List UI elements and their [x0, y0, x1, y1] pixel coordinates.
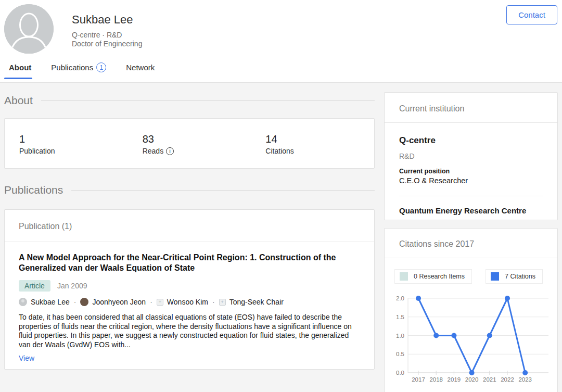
citations-label: Citations: [265, 147, 374, 155]
publications-count-badge: 1: [96, 62, 106, 72]
profile-name: Sukbae Lee: [72, 13, 142, 27]
svg-text:2020: 2020: [465, 376, 479, 383]
citations-swatch: [491, 272, 499, 281]
stats-card: 1 Publication 83 Reads 14 Citations: [4, 118, 375, 169]
about-section-heading: About: [4, 94, 375, 107]
tab-network[interactable]: Network: [126, 63, 155, 72]
svg-text:2019: 2019: [448, 376, 461, 383]
reads-count: 83: [143, 133, 251, 145]
svg-text:0.0: 0.0: [396, 370, 404, 376]
citations-card-heading: Citations since 2017: [385, 229, 557, 258]
svg-text:2.0: 2.0: [396, 295, 404, 301]
tab-about[interactable]: About: [9, 63, 31, 72]
paper-title-link[interactable]: A New Model Approach for the Near-Critic…: [19, 252, 341, 273]
paper-abstract: To date, it has been considered that all…: [19, 313, 360, 349]
tab-publications[interactable]: Publications 1: [51, 62, 106, 72]
author-avatar-icon: [80, 298, 88, 306]
citations-count: 14: [265, 133, 374, 145]
svg-text:2023: 2023: [518, 376, 532, 383]
publications-count: 1: [19, 133, 128, 145]
publication-date: Jan 2009: [57, 282, 87, 290]
profile-header: Sukbae Lee Q-centre · R&D Doctor of Engi…: [0, 0, 562, 83]
institution-department: R&D: [399, 152, 543, 160]
legend-research-items[interactable]: 0 Research Items: [394, 269, 472, 284]
legend-citations[interactable]: 7 Citations: [486, 269, 543, 284]
current-position-label: Current position: [399, 168, 543, 175]
svg-text:2021: 2021: [483, 376, 496, 383]
heading-rule: [71, 190, 375, 191]
contact-button[interactable]: Contact: [506, 5, 557, 24]
author-link[interactable]: Joonhyeon Jeon: [70, 298, 146, 306]
chart-legend: 0 Research Items 7 Citations: [394, 269, 557, 284]
heading-rule: [41, 100, 375, 101]
svg-text:2018: 2018: [429, 376, 443, 383]
current-position-value: C.E.O & Researcher: [399, 176, 543, 185]
author-link[interactable]: Tong-Seek Chair: [208, 298, 284, 306]
add-author-icon: [219, 299, 226, 306]
current-institution-card: Current institution Q-centre R&D Current…: [384, 92, 558, 220]
stat-reads: 83 Reads: [128, 133, 251, 168]
publication-card-title: Publication (1): [5, 210, 374, 242]
about-heading-label: About: [4, 94, 33, 107]
add-author-icon: [157, 299, 163, 306]
citations-line-chart: 0.00.51.01.52.02017201820192020202120222…: [385, 289, 558, 392]
profile-affiliation: Q-centre · R&D: [72, 31, 142, 40]
stat-citations: 14 Citations: [251, 133, 374, 168]
active-tab-indicator: [4, 78, 32, 79]
view-link[interactable]: View: [19, 354, 34, 362]
article-type-badge: Article: [19, 280, 50, 292]
svg-text:1.5: 1.5: [396, 314, 404, 320]
citations-chart-card: Citations since 2017 0 Research Items 7 …: [384, 228, 558, 392]
research-items-swatch: [400, 272, 408, 281]
institution-footer-link[interactable]: Quantum Energy Research Centre: [385, 196, 557, 225]
svg-text:2017: 2017: [412, 376, 425, 383]
svg-text:2022: 2022: [501, 376, 514, 383]
reads-label: Reads: [143, 147, 251, 155]
author-link[interactable]: Sukbae Lee: [19, 298, 70, 306]
author-list: Sukbae Lee Joonhyeon Jeon Wonsoo Kim Ton…: [19, 298, 360, 306]
svg-text:1.0: 1.0: [396, 333, 404, 339]
stat-publications: 1 Publication: [5, 133, 128, 168]
person-silhouette-icon: [4, 4, 54, 54]
publications-heading-label: Publications: [4, 184, 63, 196]
institution-name-link[interactable]: Q-centre: [399, 135, 543, 146]
reads-info-icon[interactable]: [166, 147, 174, 155]
institution-card-heading: Current institution: [385, 93, 557, 122]
svg-text:0.5: 0.5: [396, 351, 404, 357]
publication-card: Publication (1) A New Model Approach for…: [4, 209, 375, 370]
profile-degree: Doctor of Engineering: [72, 40, 142, 48]
author-avatar-icon: [19, 298, 27, 306]
profile-tabs: About Publications 1 Network: [9, 62, 174, 72]
author-link[interactable]: Wonsoo Kim: [146, 298, 208, 306]
profile-avatar[interactable]: [4, 4, 54, 54]
card-divider: [385, 258, 557, 258]
publications-label: Publication: [19, 147, 128, 155]
publications-section-heading: Publications: [4, 184, 375, 196]
